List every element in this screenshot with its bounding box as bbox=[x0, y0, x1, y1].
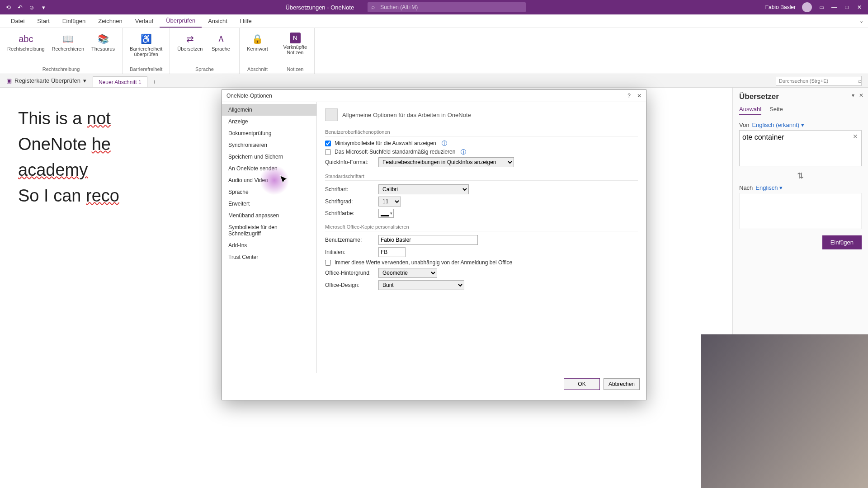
ribbon: abcRechtschreibung 📖Recherchieren 📚Thesa… bbox=[0, 28, 868, 74]
menu-ueberpruefen[interactable]: Überprüfen bbox=[160, 14, 202, 28]
text-err: not bbox=[87, 109, 111, 128]
size-select[interactable]: 11 bbox=[378, 197, 401, 206]
menu-start[interactable]: Start bbox=[31, 14, 56, 28]
font-select[interactable]: Calibri bbox=[378, 184, 469, 194]
research-button[interactable]: 📖Recherchieren bbox=[49, 30, 87, 52]
text-err: reco bbox=[86, 186, 119, 205]
undo-icon[interactable]: ↶ bbox=[16, 4, 24, 11]
section-tab[interactable]: Neuer Abschnitt 1 bbox=[93, 76, 147, 87]
swap-languages-button[interactable]: ⇅ bbox=[739, 171, 862, 181]
dialog-help-icon[interactable]: ? bbox=[627, 93, 631, 99]
linked-notes-button[interactable]: NVerknüpfte Notizen bbox=[281, 30, 310, 56]
linked-notes-label: Verknüpfte Notizen bbox=[283, 44, 307, 55]
search-icon: ⌕ bbox=[858, 77, 862, 84]
user-name[interactable]: Fabio Basler bbox=[765, 4, 796, 10]
add-section-button[interactable]: + bbox=[149, 76, 160, 87]
panel-menu-icon[interactable]: ▾ bbox=[852, 92, 854, 99]
group-notes-label: Notizen bbox=[287, 66, 303, 73]
ribbon-mode-icon[interactable]: ▭ bbox=[818, 4, 825, 10]
nav-anzeige[interactable]: Anzeige bbox=[222, 116, 316, 127]
to-language-selector[interactable]: Englisch ▾ bbox=[755, 184, 783, 191]
design-label: Office-Design: bbox=[325, 282, 375, 288]
cb-minitoolbar[interactable] bbox=[325, 141, 331, 146]
clear-text-icon[interactable]: ✕ bbox=[853, 133, 858, 140]
notebook-selector[interactable]: Registerkarte Überprüfen ▾ bbox=[0, 77, 93, 84]
dialog-nav: Allgemein Anzeige Dokumentprüfung Synchr… bbox=[222, 102, 317, 373]
tab-auswahl[interactable]: Auswahl bbox=[739, 106, 761, 115]
menu-hilfe[interactable]: Hilfe bbox=[234, 14, 258, 28]
dialog-title: OneNote-Optionen bbox=[226, 93, 272, 99]
text-err: he bbox=[92, 135, 111, 154]
menu-einfuegen[interactable]: Einfügen bbox=[56, 14, 92, 28]
nav-schnellzugriff[interactable]: Symbolleiste für den Schnellzugriff bbox=[222, 221, 316, 239]
dialog-close-icon[interactable]: ✕ bbox=[637, 93, 642, 99]
insert-button[interactable]: Einfügen bbox=[822, 235, 862, 249]
nav-speichern[interactable]: Speichern und Sichern bbox=[222, 151, 316, 163]
quickinfo-select[interactable]: Featurebeschreibungen in QuickInfos anze… bbox=[378, 157, 514, 167]
nav-sprache[interactable]: Sprache bbox=[222, 186, 316, 198]
ok-button[interactable]: OK bbox=[564, 378, 600, 390]
from-language-selector[interactable]: Englisch (erkannt) ▾ bbox=[752, 122, 804, 128]
webcam-overlay bbox=[701, 334, 868, 488]
translate-label: Übersetzen bbox=[177, 46, 203, 52]
menu-verlauf[interactable]: Verlauf bbox=[129, 14, 160, 28]
nav-menueband[interactable]: Menüband anpassen bbox=[222, 210, 316, 221]
nav-an-onenote-senden[interactable]: An OneNote senden bbox=[222, 163, 316, 174]
spellcheck-button[interactable]: abcRechtschreibung bbox=[5, 30, 47, 52]
cb-searchfield-label: Das Microsoft-Suchfeld standardmäßig red… bbox=[335, 149, 455, 155]
design-select[interactable]: Bunt bbox=[378, 280, 464, 290]
bg-label: Office-Hintergrund: bbox=[325, 270, 375, 276]
notebook-bar: Registerkarte Überprüfen ▾ Neuer Abschni… bbox=[0, 74, 868, 88]
search-input[interactable] bbox=[368, 2, 526, 12]
thesaurus-button[interactable]: 📚Thesaurus bbox=[89, 30, 118, 52]
info-icon[interactable]: i bbox=[461, 149, 466, 155]
source-text-input[interactable]: ote container bbox=[739, 130, 862, 166]
font-color-button[interactable]: ▾ bbox=[378, 209, 394, 218]
menu-zeichnen[interactable]: Zeichnen bbox=[92, 14, 128, 28]
cb-searchfield[interactable] bbox=[325, 149, 331, 155]
maximize-icon[interactable]: □ bbox=[844, 4, 850, 10]
avatar[interactable] bbox=[802, 2, 812, 12]
nav-synchronisieren[interactable]: Synchronisieren bbox=[222, 139, 316, 151]
text: OneNote bbox=[18, 135, 92, 154]
menu-datei[interactable]: Datei bbox=[5, 14, 31, 28]
research-label: Recherchieren bbox=[52, 46, 85, 52]
group-accessibility-label: Barrierefreiheit bbox=[130, 66, 162, 73]
redo-icon[interactable]: ☺ bbox=[28, 4, 35, 11]
autosave-icon[interactable]: ⟲ bbox=[5, 4, 12, 11]
bg-select[interactable]: Geometrie bbox=[378, 268, 437, 278]
section-ui-options: Benutzeroberflächenoptionen bbox=[325, 129, 638, 136]
username-label: Benutzername: bbox=[325, 237, 375, 243]
options-dialog: OneNote-Optionen ? ✕ Allgemein Anzeige D… bbox=[222, 89, 646, 400]
cb-always-use[interactable] bbox=[325, 260, 331, 266]
cb-always-use-label: Immer diese Werte verwenden, unabhängig … bbox=[335, 259, 512, 266]
cancel-button[interactable]: Abbrechen bbox=[604, 378, 640, 390]
nav-allgemein[interactable]: Allgemein bbox=[222, 104, 316, 116]
color-label: Schriftfarbe: bbox=[325, 210, 375, 216]
minimize-icon[interactable]: — bbox=[831, 4, 837, 10]
panel-close-icon[interactable]: ✕ bbox=[859, 92, 863, 99]
collapse-ribbon-icon[interactable]: ⌄ bbox=[859, 18, 863, 24]
qa-dropdown-icon[interactable]: ▾ bbox=[40, 4, 47, 11]
tab-seite[interactable]: Seite bbox=[769, 106, 783, 115]
nav-addins[interactable]: Add-Ins bbox=[222, 239, 316, 251]
spellcheck-label: Rechtschreibung bbox=[7, 46, 45, 52]
quickinfo-label: QuickInfo-Format: bbox=[325, 159, 375, 165]
initials-input[interactable] bbox=[378, 247, 406, 257]
password-label: Kennwort bbox=[247, 46, 268, 52]
nav-erweitert[interactable]: Erweitert bbox=[222, 198, 316, 210]
nav-audio-video[interactable]: Audio und Video bbox=[222, 174, 316, 186]
username-input[interactable] bbox=[378, 235, 478, 245]
language-button[interactable]: ＡSprache bbox=[208, 30, 235, 52]
initials-label: Initialen: bbox=[325, 249, 375, 255]
nav-dokumentpruefung[interactable]: Dokumentprüfung bbox=[222, 127, 316, 139]
accessibility-button[interactable]: ♿Barrierefreiheit überprüfen bbox=[127, 30, 165, 58]
info-icon[interactable]: i bbox=[442, 141, 447, 146]
close-icon[interactable]: ✕ bbox=[856, 4, 863, 10]
translate-button[interactable]: ⇄Übersetzen bbox=[175, 30, 205, 52]
search-pages-input[interactable] bbox=[776, 76, 862, 86]
dialog-heading: Allgemeine Optionen für das Arbeiten in … bbox=[325, 108, 638, 121]
password-button[interactable]: 🔒Kennwort bbox=[244, 30, 271, 52]
menu-ansicht[interactable]: Ansicht bbox=[202, 14, 234, 28]
nav-trust-center[interactable]: Trust Center bbox=[222, 251, 316, 263]
